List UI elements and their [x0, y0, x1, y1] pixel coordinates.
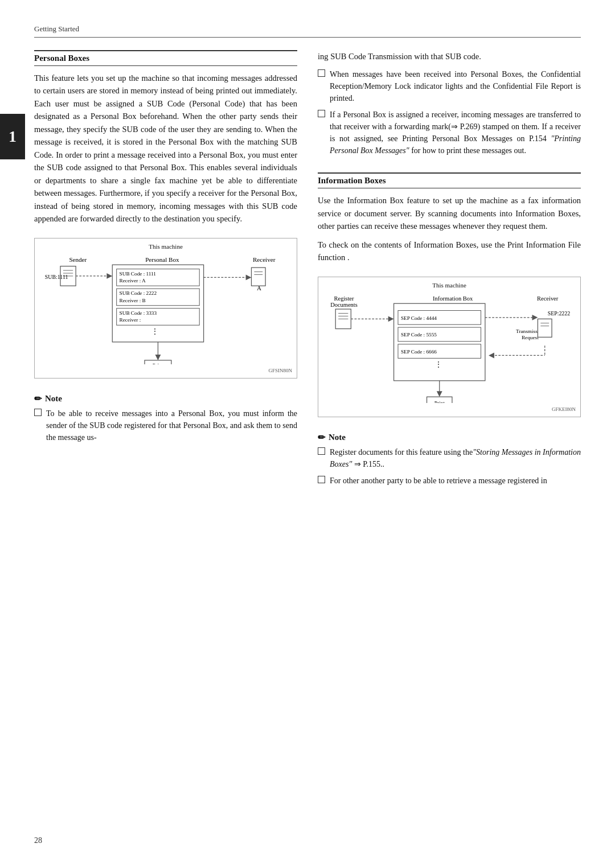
note1-item-0: To be able to receive messages into a Pe…	[34, 408, 297, 443]
svg-text:⋮: ⋮	[436, 360, 442, 368]
note1-text-0: To be able to receive messages into a Pe…	[46, 408, 297, 443]
chapter-tab: 1	[0, 114, 25, 159]
page-number: 28	[34, 836, 42, 845]
info-boxes-body-0: Use the Information Box feature to set u…	[318, 194, 581, 232]
personal-boxes-body: This feature lets you set up the machine…	[34, 72, 297, 225]
personal-box-svg: Sender Personal Box Receiver SUB:1111	[39, 252, 292, 364]
checkbox-r0	[318, 69, 325, 77]
checkbox-n2-1	[318, 476, 325, 483]
svg-text:Print: Print	[153, 363, 163, 364]
svg-text:Receiver: Receiver	[253, 256, 276, 263]
information-boxes-heading: Information Boxes	[318, 172, 581, 188]
right-column: ing SUB Code Transmission with that SUB …	[318, 50, 581, 828]
svg-text:SEP Code : 4444: SEP Code : 4444	[401, 315, 437, 320]
svg-marker-9	[106, 273, 112, 279]
svg-marker-52	[532, 315, 538, 320]
svg-marker-61	[437, 391, 442, 397]
svg-text:Request: Request	[522, 335, 539, 340]
info-box-svg: Register Documents Information Box Recei…	[323, 291, 576, 403]
svg-text:SEP Code : 5555: SEP Code : 5555	[401, 332, 437, 338]
note1-section: ✏ Note To be able to receive messages in…	[34, 393, 297, 448]
svg-marker-40	[388, 316, 394, 322]
svg-text:Personal Box: Personal Box	[145, 256, 179, 263]
svg-text:Information Box: Information Box	[433, 295, 473, 302]
svg-text:SUB:1111: SUB:1111	[45, 273, 68, 279]
right-bullet-text-0: When messages have been received into Pe…	[330, 68, 581, 104]
svg-text:A: A	[257, 284, 261, 291]
page-footer: 28	[34, 836, 42, 845]
svg-text:Receiver :: Receiver :	[120, 317, 141, 323]
svg-marker-59	[489, 352, 494, 358]
note2-item-1: For other another party to be able to re…	[318, 475, 581, 487]
right-bullet-0: When messages have been received into Pe…	[318, 68, 581, 104]
svg-marker-22	[246, 274, 252, 280]
diagram1-top-label: This machine	[39, 243, 292, 250]
svg-text:Register: Register	[334, 295, 354, 302]
right-bullet-1: If a Personal Box is assigned a receiver…	[318, 109, 581, 157]
page-header: Getting Started	[34, 24, 581, 38]
diagram2-caption: GFKEI80N	[323, 406, 576, 412]
svg-marker-28	[155, 355, 161, 360]
note1-icon: ✏	[34, 393, 42, 404]
note2-icon: ✏	[318, 432, 325, 443]
note2-text-0: Register documents for this feature usin…	[330, 446, 581, 470]
personal-boxes-heading: Personal Boxes	[34, 50, 297, 66]
note2-text-1: For other another party to be able to re…	[330, 475, 547, 487]
note2-header: ✏ Note	[318, 432, 581, 443]
info-box-diagram: This machine Register Documents Informat…	[318, 277, 581, 417]
left-column: Personal Boxes This feature lets you set…	[34, 50, 297, 828]
svg-text:Receiver : A: Receiver : A	[120, 278, 146, 283]
svg-text:SUB Code : 3333: SUB Code : 3333	[120, 310, 157, 315]
svg-text:Receiver: Receiver	[537, 295, 559, 302]
svg-rect-54	[538, 319, 552, 337]
checkbox-0	[34, 409, 42, 416]
diagram2-top-label: This machine	[323, 282, 576, 289]
svg-text:Sender: Sender	[69, 256, 87, 263]
note1-header: ✏ Note	[34, 393, 297, 404]
checkbox-r1	[318, 110, 325, 117]
checkbox-n2-0	[318, 447, 325, 455]
svg-text:Receiver : B: Receiver : B	[120, 297, 146, 303]
diagram1-caption: GFSIN80N	[39, 368, 292, 373]
info-boxes-body-1: To check on the contents of Information …	[318, 238, 581, 264]
svg-text:SUB Code : 2222: SUB Code : 2222	[120, 290, 157, 296]
chapter-number: 1	[9, 127, 17, 146]
continuation-text: ing SUB Code Transmission with that SUB …	[318, 50, 581, 63]
header-title: Getting Started	[34, 24, 79, 33]
note1-title: Note	[45, 394, 62, 404]
note2-section: ✏ Note Register documents for this featu…	[318, 432, 581, 491]
svg-text:⋮: ⋮	[152, 327, 159, 335]
svg-text:Print: Print	[434, 400, 445, 404]
svg-text:Documents: Documents	[330, 302, 358, 308]
svg-text:SEP Code : 6666: SEP Code : 6666	[401, 349, 437, 355]
note2-item-0: Register documents for this feature usin…	[318, 446, 581, 470]
personal-box-diagram: This machine Sender Personal Box Receive…	[34, 238, 297, 379]
note2-title: Note	[329, 433, 346, 442]
right-bullet-text-1: If a Personal Box is assigned a receiver…	[330, 109, 581, 157]
svg-text:SEP:2222: SEP:2222	[548, 310, 571, 316]
svg-text:SUB Code : 1111: SUB Code : 1111	[120, 270, 157, 276]
svg-rect-23	[251, 268, 265, 286]
content-columns: Personal Boxes This feature lets you set…	[34, 50, 581, 828]
